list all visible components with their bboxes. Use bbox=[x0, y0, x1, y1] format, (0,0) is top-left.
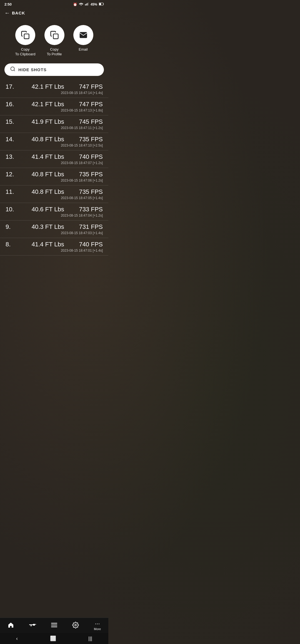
shot-num: 14. bbox=[6, 136, 17, 143]
shot-row-7[interactable]: 10. 40.6 FT Lbs 733 FPS 2023-08-15 18:47… bbox=[0, 203, 108, 221]
svg-line-10 bbox=[14, 70, 15, 71]
shot-fps: 735 FPS bbox=[79, 171, 103, 178]
search-icon bbox=[10, 66, 16, 73]
shot-row-4[interactable]: 13. 41.4 FT Lbs 740 FPS 2023-08-15 18:47… bbox=[0, 150, 108, 168]
shot-fps: 740 FPS bbox=[79, 241, 103, 248]
copy-clipboard-label: CopyTo Clipboard bbox=[15, 47, 36, 57]
shot-row-0[interactable]: 17. 42.1 FT Lbs 747 FPS 2023-08-15 18:47… bbox=[0, 80, 108, 98]
shot-energy: 40.8 FT Lbs bbox=[17, 188, 79, 195]
shot-fps: 733 FPS bbox=[79, 206, 103, 213]
status-right: ⏰ 45% bbox=[73, 2, 104, 6]
shot-num: 17. bbox=[6, 83, 17, 90]
email-label: Email bbox=[79, 47, 88, 52]
shot-timestamp: 2023-08-15 18:47:03 [+1.4s] bbox=[6, 231, 103, 235]
svg-rect-1 bbox=[85, 4, 86, 5]
shot-row-5[interactable]: 12. 40.8 FT Lbs 735 FPS 2023-08-15 18:47… bbox=[0, 168, 108, 185]
shot-timestamp: 2023-08-15 18:47:11 [+1.2s] bbox=[6, 126, 103, 130]
shot-timestamp: 2023-08-15 18:47:05 [+1.4s] bbox=[6, 196, 103, 200]
shot-timestamp: 2023-08-15 18:47:14 [+1.4s] bbox=[6, 91, 103, 95]
search-bar[interactable]: HIDE SHOTS bbox=[4, 63, 104, 76]
svg-rect-6 bbox=[99, 3, 101, 5]
shot-num: 13. bbox=[6, 153, 17, 160]
search-label: HIDE SHOTS bbox=[18, 67, 47, 72]
shot-timestamp: 2023-08-15 18:47:01 [+1.4s] bbox=[6, 249, 103, 252]
shot-energy: 40.8 FT Lbs bbox=[17, 136, 79, 143]
shot-timestamp: 2023-08-15 18:47:10 [+2.5s] bbox=[6, 143, 103, 147]
shot-energy: 41.4 FT Lbs bbox=[17, 241, 79, 248]
action-row: CopyTo Clipboard CopyTo Profile Email bbox=[0, 19, 108, 61]
svg-rect-8 bbox=[53, 34, 58, 39]
shot-fps: 735 FPS bbox=[79, 188, 103, 195]
shot-energy: 40.3 FT Lbs bbox=[17, 223, 79, 231]
shot-num: 12. bbox=[6, 171, 17, 178]
wifi-icon bbox=[79, 2, 83, 6]
shot-num: 9. bbox=[6, 223, 17, 231]
shot-energy: 42.1 FT Lbs bbox=[17, 83, 79, 90]
shot-fps: 747 FPS bbox=[79, 83, 103, 90]
battery-icon bbox=[99, 3, 104, 6]
shot-fps: 735 FPS bbox=[79, 136, 103, 143]
shot-fps: 747 FPS bbox=[79, 101, 103, 108]
svg-point-9 bbox=[11, 67, 14, 70]
shot-energy: 42.1 FT Lbs bbox=[17, 101, 79, 108]
copy-profile-label: CopyTo Profile bbox=[47, 47, 62, 57]
copy-profile-circle bbox=[44, 25, 64, 45]
shot-energy: 41.4 FT Lbs bbox=[17, 153, 79, 160]
svg-rect-7 bbox=[24, 34, 29, 39]
shot-timestamp: 2023-08-15 18:47:06 [+1.2s] bbox=[6, 179, 103, 182]
shot-row-1[interactable]: 16. 42.1 FT Lbs 747 FPS 2023-08-15 18:47… bbox=[0, 98, 108, 115]
svg-rect-2 bbox=[86, 4, 86, 5]
shot-num: 16. bbox=[6, 101, 17, 108]
email-icon bbox=[79, 31, 88, 39]
signal-icon bbox=[85, 2, 89, 6]
shot-row-3[interactable]: 14. 40.8 FT Lbs 735 FPS 2023-08-15 18:47… bbox=[0, 133, 108, 150]
shot-num: 11. bbox=[6, 188, 17, 195]
shots-list: 17. 42.1 FT Lbs 747 FPS 2023-08-15 18:47… bbox=[0, 80, 108, 289]
shot-energy: 40.8 FT Lbs bbox=[17, 171, 79, 178]
copy-profile-button[interactable]: CopyTo Profile bbox=[44, 25, 64, 57]
shot-row-9[interactable]: 8. 41.4 FT Lbs 740 FPS 2023-08-15 18:47:… bbox=[0, 238, 108, 256]
header: ← BACK bbox=[0, 8, 108, 19]
shot-fps: 731 FPS bbox=[79, 223, 103, 231]
email-button[interactable]: Email bbox=[73, 25, 93, 57]
shot-row-2[interactable]: 15. 41.9 FT Lbs 745 FPS 2023-08-15 18:47… bbox=[0, 115, 108, 133]
shot-timestamp: 2023-08-15 18:47:04 [+1.2s] bbox=[6, 214, 103, 217]
shot-num: 15. bbox=[6, 118, 17, 125]
back-label: BACK bbox=[12, 11, 25, 15]
shot-row-6[interactable]: 11. 40.8 FT Lbs 735 FPS 2023-08-15 18:47… bbox=[0, 185, 108, 203]
svg-point-0 bbox=[81, 5, 82, 6]
copy-clipboard-circle bbox=[15, 25, 35, 45]
svg-rect-4 bbox=[88, 3, 88, 6]
shot-fps: 740 FPS bbox=[79, 153, 103, 160]
email-circle bbox=[73, 25, 93, 45]
status-bar: 2:50 ⏰ 45% bbox=[0, 0, 108, 8]
shot-timestamp: 2023-08-15 18:47:07 [+1.2s] bbox=[6, 161, 103, 165]
shot-num: 8. bbox=[6, 241, 17, 248]
alarm-icon: ⏰ bbox=[73, 3, 77, 6]
back-arrow-icon: ← bbox=[4, 10, 10, 16]
shot-row-8[interactable]: 9. 40.3 FT Lbs 731 FPS 2023-08-15 18:47:… bbox=[0, 221, 108, 238]
shot-energy: 40.6 FT Lbs bbox=[17, 206, 79, 213]
svg-rect-3 bbox=[87, 3, 88, 5]
copy-clipboard-icon bbox=[21, 31, 30, 39]
back-button[interactable]: ← BACK bbox=[4, 10, 25, 16]
shot-fps: 745 FPS bbox=[79, 118, 103, 125]
shot-num: 10. bbox=[6, 206, 17, 213]
copy-clipboard-button[interactable]: CopyTo Clipboard bbox=[15, 25, 36, 57]
shot-timestamp: 2023-08-15 18:47:13 [+1.8s] bbox=[6, 108, 103, 112]
copy-profile-icon bbox=[50, 31, 59, 39]
battery-status: 45% bbox=[91, 3, 97, 6]
status-time: 2:50 bbox=[4, 2, 12, 6]
shot-energy: 41.9 FT Lbs bbox=[17, 118, 79, 125]
